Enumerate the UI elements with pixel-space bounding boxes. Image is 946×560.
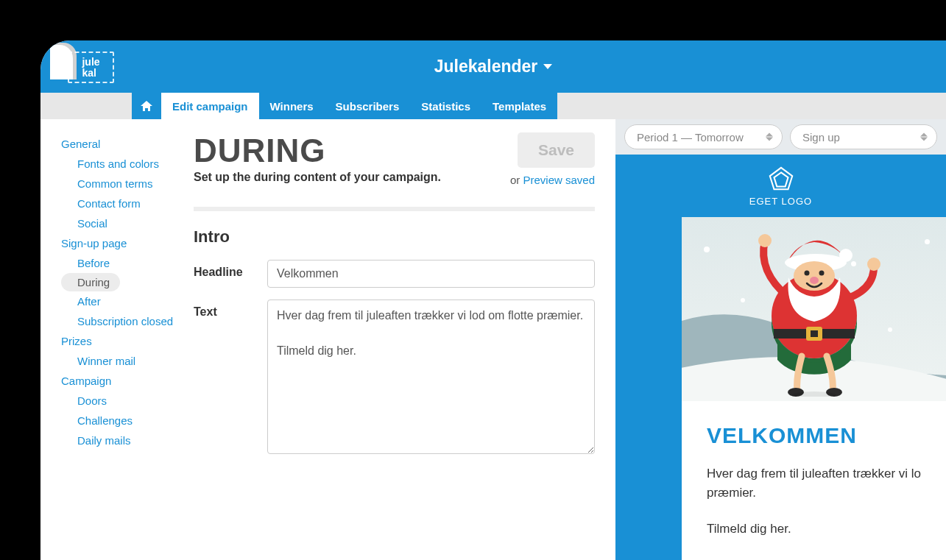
santa-illustration [744,227,884,400]
signup-select[interactable]: Sign up [790,124,937,149]
svg-rect-7 [811,330,818,337]
sidebar-fonts-colors[interactable]: Fonts and colors [61,154,159,174]
sidebar-daily-mails[interactable]: Daily mails [61,430,131,450]
text-textarea[interactable] [267,300,595,454]
save-button[interactable]: Save [518,132,595,168]
text-label: Text [194,300,267,457]
sidebar-campaign[interactable]: Campaign [61,371,180,391]
svg-point-12 [819,271,824,276]
sidebar: General Fonts and colors Common terms Co… [40,119,180,560]
preview-logo-text: EGET LOGO [749,196,812,207]
sidebar-social[interactable]: Social [61,213,107,233]
sidebar-winner-mail[interactable]: Winner mail [61,351,135,371]
sidebar-challenges[interactable]: Challenges [61,411,133,430]
nav-home[interactable] [132,93,161,119]
sidebar-common-terms[interactable]: Common terms [61,174,153,194]
stepper-icon [920,133,928,141]
sidebar-subscription-closed[interactable]: Subscription closed [61,311,173,331]
app-header: julekal Julekalender [40,40,946,93]
preview-paragraph-1: Hver dag frem til juleaften trækker vi l… [707,464,921,502]
sidebar-contact-form[interactable]: Contact form [61,194,141,213]
sidebar-general[interactable]: General [61,134,180,154]
sidebar-signup[interactable]: Sign-up page [61,233,180,253]
sidebar-prizes[interactable]: Prizes [61,331,180,351]
period-select[interactable]: Period 1 — Tomorrow [624,124,783,149]
svg-point-11 [804,271,809,276]
preview-paragraph-2: Tilmeld dig her. [707,520,921,539]
preview-headline: VELKOMMEN [707,423,921,448]
nav-edit-campaign[interactable]: Edit campaign [161,93,259,119]
main-nav: Edit campaign Winners Subscribers Statis… [40,93,946,119]
preview-frame: EGET LOGO [615,155,946,560]
svg-point-13 [810,277,819,284]
campaign-switcher[interactable]: Julekalender [434,57,553,77]
preview-hero [682,217,946,401]
sidebar-before[interactable]: Before [61,253,110,273]
sidebar-doors[interactable]: Doors [61,391,107,411]
preview-saved-link[interactable]: Preview saved [523,174,595,186]
svg-point-9 [839,249,853,262]
nav-winners[interactable]: Winners [259,93,325,119]
page-title: DURING [194,132,441,169]
headline-label: Headline [194,260,267,288]
preview-toolbar: Period 1 — Tomorrow Sign up [615,119,946,155]
sidebar-after[interactable]: After [61,291,101,311]
period-select-value: Period 1 — Tomorrow [637,131,744,143]
svg-marker-1 [774,172,788,186]
main-panel: DURING Set up the during content of your… [180,119,615,560]
preview-saved-row: or Preview saved [510,174,595,186]
stepper-icon [766,133,773,141]
page-subtitle: Set up the during content of your campai… [194,171,441,184]
sidebar-during[interactable]: During [61,273,120,291]
section-intro-title: Intro [194,227,595,247]
campaign-title: Julekalender [434,57,538,77]
nav-statistics[interactable]: Statistics [410,93,481,119]
svg-point-2 [758,234,772,247]
app-logo[interactable]: julekal [63,47,119,88]
nav-subscribers[interactable]: Subscribers [325,93,411,119]
home-icon [141,101,152,111]
divider [194,207,595,211]
signup-select-value: Sign up [802,131,840,143]
house-icon [767,165,795,193]
headline-input[interactable] [267,260,595,288]
chevron-down-icon [543,64,552,69]
preview-panel: Period 1 — Tomorrow Sign up EGE [615,119,946,560]
svg-point-3 [867,258,880,271]
nav-templates[interactable]: Templates [481,93,557,119]
